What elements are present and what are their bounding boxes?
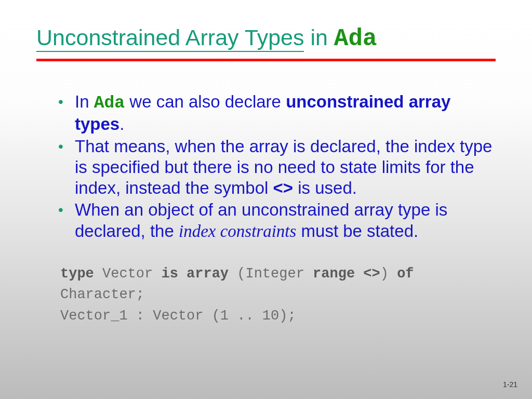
code-text: Character; xyxy=(60,287,144,302)
list-item: That means, when the array is declared, … xyxy=(58,136,496,199)
bold-text: <> xyxy=(273,178,294,197)
text: must be stated. xyxy=(296,221,418,241)
title-in: in xyxy=(310,25,327,50)
code-text: ) xyxy=(380,266,397,282)
keyword: range <> xyxy=(313,266,380,282)
bullet-list: In Ada we can also declare unconstrained… xyxy=(36,91,496,242)
title-main: Unconstrained Array Types xyxy=(36,25,304,52)
text: is used. xyxy=(293,178,357,197)
text: . xyxy=(119,114,124,134)
title-ada: Ada xyxy=(334,25,377,52)
text: we can also declare xyxy=(125,92,286,111)
divider xyxy=(36,59,496,61)
keyword: of xyxy=(397,266,414,282)
code-line: type Vector is array (Integer range <>) … xyxy=(60,263,496,305)
ada-inline: Ada xyxy=(94,94,125,113)
list-item: When an object of an unconstrained array… xyxy=(58,200,496,242)
slide: Unconstrained Array Types in Ada In Ada … xyxy=(0,0,532,399)
text: In xyxy=(75,92,94,111)
page-number: 1-21 xyxy=(503,380,517,389)
slide-title: Unconstrained Array Types in Ada xyxy=(36,25,496,52)
code-block: type Vector is array (Integer range <>) … xyxy=(60,263,496,327)
code-line: Vector_1 : Vector (1 .. 10); xyxy=(60,305,496,327)
code-text: (Integer xyxy=(229,266,313,282)
keyword: type xyxy=(60,266,94,282)
italic-text: index constraints xyxy=(179,222,296,241)
code-text: Vector xyxy=(94,266,162,282)
keyword: is array xyxy=(161,266,229,282)
list-item: In Ada we can also declare unconstrained… xyxy=(58,91,496,135)
